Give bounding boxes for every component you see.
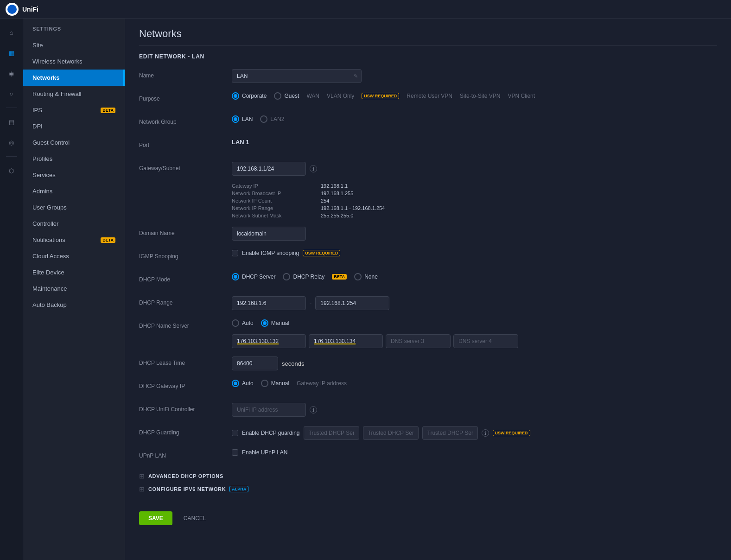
sidebar-item-dpi[interactable]: DPI: [23, 118, 125, 134]
sidebar-item-networks[interactable]: Networks: [23, 70, 125, 86]
upnp-checkbox-item[interactable]: Enable UPnP LAN: [232, 449, 288, 456]
upnp-row: UPnP LAN Enable UPnP LAN: [139, 449, 717, 464]
nav-stats[interactable]: ▦: [3, 45, 20, 61]
purpose-remote-vpn-label: Remote User VPN: [407, 93, 452, 99]
form-section-title: EDIT NETWORK - LAN: [139, 53, 717, 60]
dns-auto-option[interactable]: Auto: [232, 319, 254, 327]
name-input[interactable]: [232, 69, 362, 83]
button-row: SAVE CANCEL: [139, 504, 717, 525]
dns-manual-option[interactable]: Manual: [261, 319, 289, 327]
purpose-vpn-client-label: VPN Client: [508, 93, 535, 99]
subnet-mask-label: Network Subnet Mask: [232, 213, 315, 218]
advanced-dhcp-expand-icon: ⊞: [139, 472, 145, 480]
dns4-input[interactable]: [453, 334, 518, 348]
dhcp-none-option[interactable]: None: [354, 273, 378, 280]
dhcp-gateway-content: Auto Manual Gateway IP address: [232, 380, 717, 387]
upnp-checkbox[interactable]: [232, 449, 238, 456]
dhcp-guarding-info-icon[interactable]: ℹ: [482, 429, 489, 437]
dns2-input[interactable]: [309, 334, 383, 348]
gateway-info-icon[interactable]: ℹ: [310, 165, 317, 172]
igmp-checkbox-item[interactable]: Enable IGMP snooping: [232, 250, 299, 256]
broadcast-value: 192.168.1.255: [321, 191, 385, 196]
purpose-guest[interactable]: Guest: [274, 92, 299, 100]
dhcp-gw-manual-label: Manual: [271, 380, 289, 387]
dns-manual-radio[interactable]: [261, 319, 268, 327]
sidebar-item-wireless-networks[interactable]: Wireless Networks: [23, 53, 125, 70]
dhcp-guarding-host1[interactable]: [304, 426, 359, 440]
dhcp-gw-auto-option[interactable]: Auto: [232, 380, 254, 387]
sidebar-item-user-groups-label: User Groups: [32, 204, 67, 211]
purpose-corporate[interactable]: Corporate: [232, 92, 267, 100]
dhcp-gw-auto-radio[interactable]: [232, 380, 239, 387]
network-group-lan[interactable]: LAN: [232, 115, 253, 123]
sidebar-item-user-groups[interactable]: User Groups: [23, 199, 125, 216]
domain-name-input[interactable]: [232, 227, 306, 241]
sidebar-item-wireless-networks-label: Wireless Networks: [32, 58, 83, 65]
dhcp-range-end-input[interactable]: [315, 296, 389, 310]
dhcp-range-start-input[interactable]: [232, 296, 306, 310]
dhcp-server-option[interactable]: DHCP Server: [232, 273, 275, 280]
dns-auto-radio[interactable]: [232, 319, 239, 327]
gateway-input[interactable]: [232, 162, 306, 176]
sidebar-item-profiles[interactable]: Profiles: [23, 151, 125, 167]
upnp-content: Enable UPnP LAN: [232, 449, 717, 456]
dhcp-relay-option[interactable]: DHCP Relay: [283, 273, 324, 280]
port-label: Port: [139, 139, 232, 148]
subnet-mask-value: 255.255.255.0: [321, 213, 385, 218]
sidebar-item-admins[interactable]: Admins: [23, 183, 125, 199]
cancel-button[interactable]: CANCEL: [176, 511, 214, 525]
sidebar-item-dpi-label: DPI: [32, 123, 43, 130]
dhcp-mode-content: DHCP Server DHCP Relay BETA None: [232, 273, 717, 280]
purpose-corporate-radio[interactable]: [232, 92, 239, 100]
dns1-input[interactable]: [232, 334, 306, 348]
dhcp-gateway-radio-group: Auto Manual Gateway IP address: [232, 380, 347, 387]
sidebar-item-routing-firewall[interactable]: Routing & Firewall: [23, 86, 125, 102]
configure-ipv6-section[interactable]: ⊞ CONFIGURE IPV6 NETWORK ALPHA: [139, 485, 717, 493]
dhcp-guarding-checkbox-item[interactable]: Enable DHCP guarding: [232, 430, 300, 436]
sidebar-item-auto-backup-label: Auto Backup: [32, 301, 67, 308]
network-group-lan2-radio[interactable]: [260, 115, 267, 123]
sidebar-item-notifications[interactable]: Notifications BETA: [23, 232, 125, 248]
sidebar-item-auto-backup[interactable]: Auto Backup: [23, 297, 125, 313]
logo-inner: [7, 5, 17, 14]
dhcp-server-label: DHCP Server: [242, 274, 275, 280]
dhcp-relay-radio[interactable]: [283, 273, 290, 280]
sidebar-item-cloud-access[interactable]: Cloud Access: [23, 248, 125, 264]
dhcp-lease-input[interactable]: [232, 356, 278, 370]
sidebar-item-guest-control[interactable]: Guest Control: [23, 134, 125, 151]
nav-location[interactable]: ◎: [3, 134, 20, 151]
dhcp-server-radio[interactable]: [232, 273, 239, 280]
igmp-checkbox[interactable]: [232, 250, 238, 256]
sidebar-item-ips[interactable]: IPS BETA: [23, 102, 125, 118]
network-group-lan2[interactable]: LAN2: [260, 115, 284, 123]
nav-devices[interactable]: ○: [3, 85, 20, 102]
dhcp-unifi-info-icon[interactable]: ℹ: [310, 406, 317, 414]
dhcp-gw-manual-option[interactable]: Manual: [261, 380, 289, 387]
sidebar-item-services[interactable]: Services: [23, 167, 125, 183]
dhcp-gw-manual-radio[interactable]: [261, 380, 268, 387]
dhcp-lease-row: DHCP Lease Time seconds: [139, 356, 717, 371]
network-group-label: Network Group: [139, 115, 232, 125]
nav-clients[interactable]: ◉: [3, 65, 20, 82]
dhcp-guarding-host2[interactable]: [363, 426, 419, 440]
sidebar-item-maintenance[interactable]: Maintenance: [23, 280, 125, 297]
dhcp-guarding-checkbox[interactable]: [232, 430, 238, 436]
sidebar-item-controller[interactable]: Controller: [23, 216, 125, 232]
sidebar-item-site[interactable]: Site: [23, 37, 125, 53]
purpose-guest-radio[interactable]: [274, 92, 281, 100]
network-group-lan-radio[interactable]: [232, 115, 239, 123]
dhcp-guarding-host3[interactable]: [422, 426, 478, 440]
nav-reports[interactable]: ▤: [3, 114, 20, 130]
save-button[interactable]: SAVE: [139, 511, 172, 525]
nav-home[interactable]: ⌂: [3, 24, 20, 41]
ipv6-alpha-badge: ALPHA: [229, 486, 248, 492]
logo: UniFi: [6, 3, 38, 16]
advanced-dhcp-section[interactable]: ⊞ ADVANCED DHCP OPTIONS: [139, 472, 717, 480]
dhcp-none-radio[interactable]: [354, 273, 362, 280]
sidebar-item-elite-device[interactable]: Elite Device: [23, 264, 125, 280]
nav-shield[interactable]: ⬡: [3, 162, 20, 179]
dhcp-unifi-input[interactable]: [232, 403, 306, 417]
dns3-input[interactable]: [386, 334, 451, 348]
dhcp-lease-label: DHCP Lease Time: [139, 356, 232, 366]
purpose-radio-group: Corporate Guest WAN VLAN Only USW REQUIR…: [232, 92, 535, 100]
